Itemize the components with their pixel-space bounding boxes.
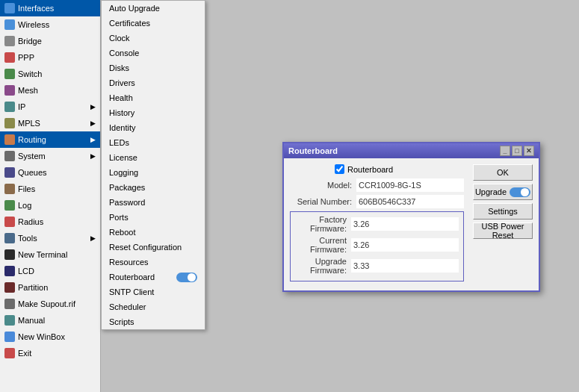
submenu-arrow-icon: ▶ — [90, 234, 96, 242]
routerboard-checkbox-row: Routerboard — [335, 164, 464, 174]
dropdown-item-disks[interactable]: Disks — [102, 60, 205, 75]
sidebar-item-label: IP — [18, 102, 25, 111]
sidebar-item-label: Interfaces — [18, 4, 54, 13]
dropdown-item-label: SNTP Client — [109, 287, 154, 296]
sidebar-item-files[interactable]: Files — [0, 181, 100, 197]
factory-firmware-value — [351, 217, 459, 231]
dropdown-item-console[interactable]: Console — [102, 46, 205, 60]
dialog-close-button[interactable]: ✕ — [524, 146, 534, 156]
dropdown-item-label: Identity — [109, 123, 135, 132]
dialog-maximize-button[interactable]: □ — [512, 146, 522, 156]
routerboard-toggle[interactable] — [176, 273, 197, 282]
sidebar-item-label: Routing — [18, 135, 46, 144]
ip-icon — [4, 102, 15, 112]
dropdown-item-reset-configuration[interactable]: Reset Configuration — [102, 240, 205, 255]
current-firmware-value — [351, 238, 459, 252]
upgrade-button[interactable]: Upgrade — [473, 184, 533, 200]
dropdown-item-label: Auto Upgrade — [109, 4, 160, 13]
sidebar-item-interfaces[interactable]: Interfaces — [0, 0, 100, 16]
sidebar-item-newwinbox[interactable]: New WinBox — [0, 329, 100, 345]
routerboard-checkbox-label: Routerboard — [347, 165, 393, 174]
sidebar-item-ppp[interactable]: PPP — [0, 49, 100, 66]
dropdown-item-password[interactable]: Password — [102, 195, 205, 210]
dropdown-item-clock[interactable]: Clock — [102, 31, 205, 46]
dropdown-item-leds[interactable]: LEDs — [102, 135, 205, 150]
dialog-body: Routerboard Model: Serial Number: Factor… — [284, 158, 539, 290]
sidebar-item-terminal[interactable]: New Terminal — [0, 246, 100, 263]
dropdown-item-label: Reset Configuration — [109, 243, 182, 252]
upgrade-firmware-row: Upgrade Firmware: — [295, 257, 459, 275]
dropdown-item-label: Resources — [109, 258, 149, 267]
sidebar-item-manual[interactable]: Manual — [0, 312, 100, 329]
sidebar-item-exit[interactable]: Exit — [0, 345, 100, 361]
serial-label: Serial Number: — [290, 197, 352, 206]
bridge-icon — [4, 36, 15, 46]
sidebar-item-ip[interactable]: IP▶ — [0, 99, 100, 115]
partition-icon — [4, 282, 15, 293]
sidebar-item-label: Radius — [18, 217, 43, 226]
dropdown-item-label: Scheduler — [109, 302, 146, 311]
manual-icon — [4, 315, 15, 326]
dropdown-item-license[interactable]: License — [102, 150, 205, 165]
dropdown-item-certificates[interactable]: Certificates — [102, 16, 205, 31]
firmware-group: Factory Firmware: Current Firmware: Upgr… — [290, 211, 464, 281]
mpls-icon — [4, 118, 15, 128]
sidebar-item-label: Switch — [18, 69, 42, 78]
sidebar-item-queues[interactable]: Queues — [0, 164, 100, 181]
dropdown-item-reboot[interactable]: Reboot — [102, 225, 205, 240]
sidebar-item-wireless[interactable]: Wireless — [0, 16, 100, 33]
files-icon — [4, 184, 15, 194]
sidebar-item-tools[interactable]: Tools▶ — [0, 230, 100, 246]
upgrade-label: Upgrade — [475, 187, 507, 196]
dropdown-item-label: Scripts — [109, 317, 134, 326]
interfaces-icon — [4, 3, 15, 13]
dropdown-item-packages[interactable]: Packages — [102, 180, 205, 195]
dropdown-item-resources[interactable]: Resources — [102, 255, 205, 270]
dropdown-item-logging[interactable]: Logging — [102, 165, 205, 180]
settings-button[interactable]: Settings — [473, 203, 533, 220]
ok-button[interactable]: OK — [473, 164, 533, 181]
upgrade-toggle[interactable] — [510, 187, 530, 197]
sidebar-item-label: PPP — [18, 53, 34, 62]
sidebar-item-label: Partition — [18, 283, 48, 292]
dropdown-item-label: Reboot — [109, 228, 135, 237]
dialog-minimize-button[interactable]: _ — [500, 146, 510, 156]
dropdown-item-history[interactable]: History — [102, 105, 205, 120]
sidebar-item-label: New Terminal — [18, 250, 67, 259]
sidebar-item-routing[interactable]: Routing▶ — [0, 131, 100, 148]
sidebar-item-radius[interactable]: Radius — [0, 214, 100, 230]
dialog-titlebar-buttons: _ □ ✕ — [500, 146, 534, 156]
newwinbox-icon — [4, 332, 15, 342]
serial-row: Serial Number: — [290, 195, 464, 208]
sidebar-item-bridge[interactable]: Bridge — [0, 33, 100, 49]
sidebar-item-make[interactable]: Make Supout.rif — [0, 296, 100, 312]
submenu-arrow-icon: ▶ — [90, 152, 96, 160]
usb-power-reset-button[interactable]: USB Power Reset — [473, 223, 533, 239]
dropdown-item-ports[interactable]: Ports — [102, 210, 205, 225]
sidebar-item-mpls[interactable]: MPLS▶ — [0, 115, 100, 131]
dropdown-item-sntp-client[interactable]: SNTP Client — [102, 284, 205, 299]
sidebar-item-system[interactable]: System▶ — [0, 148, 100, 164]
ppp-icon — [4, 52, 15, 63]
dropdown-item-routerboard[interactable]: Routerboard — [102, 270, 205, 284]
sidebar-item-switch[interactable]: Switch — [0, 66, 100, 82]
dropdown-item-scripts[interactable]: Scripts — [102, 314, 205, 329]
dropdown-item-label: Clock — [109, 34, 130, 43]
dropdown-item-drivers[interactable]: Drivers — [102, 75, 205, 90]
sidebar-item-lcd[interactable]: LCD — [0, 263, 100, 279]
sidebar-item-mesh[interactable]: Mesh — [0, 82, 100, 99]
routerboard-checkbox[interactable] — [335, 164, 344, 174]
dropdown-item-label: Password — [109, 198, 145, 207]
dropdown-item-label: Health — [109, 93, 133, 102]
sidebar-item-label: Wireless — [18, 20, 49, 29]
exit-icon — [4, 348, 15, 358]
sidebar-item-label: Log — [18, 201, 31, 210]
sidebar-item-log[interactable]: Log — [0, 197, 100, 214]
dropdown-item-auto-upgrade[interactable]: Auto Upgrade — [102, 1, 205, 16]
dropdown-item-health[interactable]: Health — [102, 90, 205, 105]
sidebar-item-label: LCD — [18, 267, 34, 276]
dropdown-item-identity[interactable]: Identity — [102, 120, 205, 135]
dropdown-item-scheduler[interactable]: Scheduler — [102, 299, 205, 314]
switch-icon — [4, 69, 15, 79]
sidebar-item-partition[interactable]: Partition — [0, 279, 100, 296]
